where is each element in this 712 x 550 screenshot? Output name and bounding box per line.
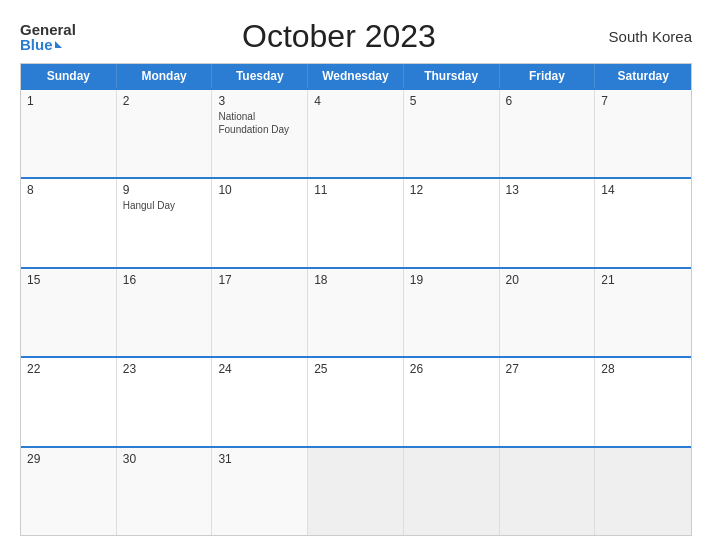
calendar-day-4: 4 bbox=[308, 90, 404, 177]
calendar-day-8: 8 bbox=[21, 179, 117, 266]
day-number: 1 bbox=[27, 94, 110, 108]
logo-blue-text: Blue bbox=[20, 37, 76, 52]
day-number: 5 bbox=[410, 94, 493, 108]
day-number: 17 bbox=[218, 273, 301, 287]
header: General Blue October 2023 South Korea bbox=[20, 18, 692, 55]
day-number: 7 bbox=[601, 94, 685, 108]
day-number: 28 bbox=[601, 362, 685, 376]
calendar-day-10: 10 bbox=[212, 179, 308, 266]
day-number: 10 bbox=[218, 183, 301, 197]
day-number: 31 bbox=[218, 452, 301, 466]
calendar-day-30: 30 bbox=[117, 448, 213, 535]
day-number: 29 bbox=[27, 452, 110, 466]
day-number: 25 bbox=[314, 362, 397, 376]
calendar-day-empty bbox=[595, 448, 691, 535]
day-number: 6 bbox=[506, 94, 589, 108]
calendar-day-16: 16 bbox=[117, 269, 213, 356]
calendar-day-21: 21 bbox=[595, 269, 691, 356]
day-number: 20 bbox=[506, 273, 589, 287]
calendar-week-4: 22232425262728 bbox=[21, 356, 691, 445]
weekday-header-sunday: Sunday bbox=[21, 64, 117, 88]
day-number: 2 bbox=[123, 94, 206, 108]
calendar-page: General Blue October 2023 South Korea Su… bbox=[0, 0, 712, 550]
day-number: 11 bbox=[314, 183, 397, 197]
weekday-header-tuesday: Tuesday bbox=[212, 64, 308, 88]
calendar-week-2: 89Hangul Day1011121314 bbox=[21, 177, 691, 266]
calendar-day-28: 28 bbox=[595, 358, 691, 445]
calendar-day-27: 27 bbox=[500, 358, 596, 445]
calendar-day-25: 25 bbox=[308, 358, 404, 445]
calendar-day-18: 18 bbox=[308, 269, 404, 356]
calendar-event: National Foundation Day bbox=[218, 110, 301, 136]
calendar-day-29: 29 bbox=[21, 448, 117, 535]
day-number: 21 bbox=[601, 273, 685, 287]
day-number: 16 bbox=[123, 273, 206, 287]
day-number: 18 bbox=[314, 273, 397, 287]
calendar-day-26: 26 bbox=[404, 358, 500, 445]
calendar-day-5: 5 bbox=[404, 90, 500, 177]
day-number: 15 bbox=[27, 273, 110, 287]
day-number: 8 bbox=[27, 183, 110, 197]
calendar-day-24: 24 bbox=[212, 358, 308, 445]
calendar-title: October 2023 bbox=[76, 18, 602, 55]
calendar-day-31: 31 bbox=[212, 448, 308, 535]
calendar-day-empty bbox=[500, 448, 596, 535]
logo: General Blue bbox=[20, 22, 76, 52]
calendar-day-9: 9Hangul Day bbox=[117, 179, 213, 266]
day-number: 14 bbox=[601, 183, 685, 197]
day-number: 27 bbox=[506, 362, 589, 376]
calendar-day-22: 22 bbox=[21, 358, 117, 445]
calendar-day-6: 6 bbox=[500, 90, 596, 177]
calendar-week-3: 15161718192021 bbox=[21, 267, 691, 356]
calendar-day-15: 15 bbox=[21, 269, 117, 356]
day-number: 19 bbox=[410, 273, 493, 287]
day-number: 3 bbox=[218, 94, 301, 108]
day-number: 4 bbox=[314, 94, 397, 108]
calendar-day-12: 12 bbox=[404, 179, 500, 266]
calendar-week-1: 123National Foundation Day4567 bbox=[21, 88, 691, 177]
day-number: 12 bbox=[410, 183, 493, 197]
calendar-day-11: 11 bbox=[308, 179, 404, 266]
calendar: SundayMondayTuesdayWednesdayThursdayFrid… bbox=[20, 63, 692, 536]
calendar-body: 123National Foundation Day456789Hangul D… bbox=[21, 88, 691, 535]
calendar-week-5: 293031 bbox=[21, 446, 691, 535]
day-number: 9 bbox=[123, 183, 206, 197]
calendar-event: Hangul Day bbox=[123, 199, 206, 212]
weekday-header-row: SundayMondayTuesdayWednesdayThursdayFrid… bbox=[21, 64, 691, 88]
calendar-day-14: 14 bbox=[595, 179, 691, 266]
calendar-day-13: 13 bbox=[500, 179, 596, 266]
day-number: 30 bbox=[123, 452, 206, 466]
calendar-day-20: 20 bbox=[500, 269, 596, 356]
weekday-header-wednesday: Wednesday bbox=[308, 64, 404, 88]
calendar-day-empty bbox=[308, 448, 404, 535]
calendar-day-1: 1 bbox=[21, 90, 117, 177]
day-number: 23 bbox=[123, 362, 206, 376]
calendar-day-7: 7 bbox=[595, 90, 691, 177]
logo-general-text: General bbox=[20, 22, 76, 37]
day-number: 24 bbox=[218, 362, 301, 376]
weekday-header-monday: Monday bbox=[117, 64, 213, 88]
calendar-day-2: 2 bbox=[117, 90, 213, 177]
calendar-day-23: 23 bbox=[117, 358, 213, 445]
country-label: South Korea bbox=[602, 28, 692, 45]
weekday-header-saturday: Saturday bbox=[595, 64, 691, 88]
day-number: 13 bbox=[506, 183, 589, 197]
weekday-header-friday: Friday bbox=[500, 64, 596, 88]
day-number: 22 bbox=[27, 362, 110, 376]
day-number: 26 bbox=[410, 362, 493, 376]
calendar-day-19: 19 bbox=[404, 269, 500, 356]
calendar-day-3: 3National Foundation Day bbox=[212, 90, 308, 177]
logo-triangle-icon bbox=[55, 41, 62, 48]
calendar-day-17: 17 bbox=[212, 269, 308, 356]
calendar-day-empty bbox=[404, 448, 500, 535]
weekday-header-thursday: Thursday bbox=[404, 64, 500, 88]
